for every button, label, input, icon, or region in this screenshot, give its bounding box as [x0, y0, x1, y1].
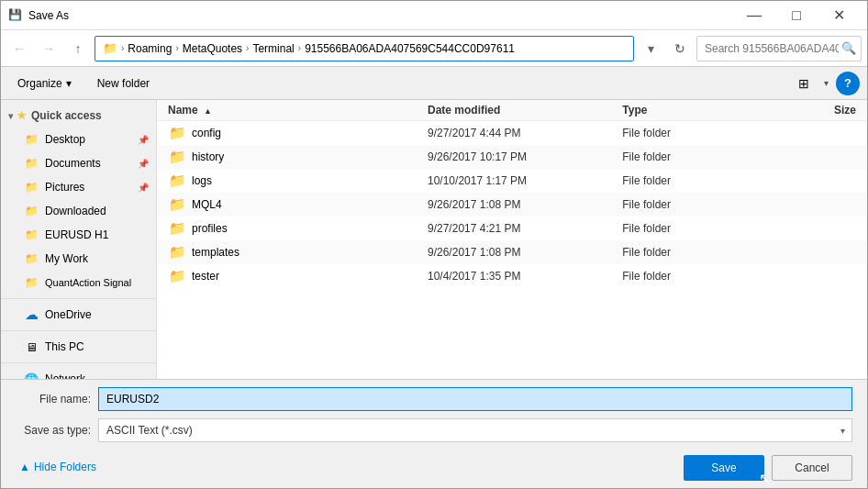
- documents-label: Documents: [45, 157, 101, 170]
- path-dropdown-button[interactable]: ▾: [638, 36, 663, 61]
- sidebar-item-downloaded[interactable]: 📁 Downloaded: [1, 199, 156, 223]
- quick-access-toggle: ▾: [8, 111, 13, 121]
- save-button[interactable]: Save ↖: [684, 455, 764, 481]
- file-name-text: config: [192, 127, 221, 139]
- sidebar-item-eurusd[interactable]: 📁 EURUSD H1: [1, 223, 156, 247]
- path-separator-3: ›: [246, 43, 249, 53]
- sidebar-item-documents[interactable]: 📁 Documents 📌: [1, 151, 156, 175]
- quantaction-label: QuantAction Signal: [45, 277, 131, 288]
- onedrive-icon: ☁: [23, 307, 39, 322]
- folder-icon: 📁: [168, 173, 186, 188]
- table-row[interactable]: 📁 config 9/27/2017 4:44 PM File folder: [157, 121, 867, 145]
- save-as-dialog: 💾 Save As — □ ✕ ← → ↑ 📁 › Roaming › Meta…: [0, 0, 868, 489]
- view-button[interactable]: ⊞: [791, 72, 817, 95]
- hide-folders-button[interactable]: ▲ Hide Folders: [16, 459, 100, 475]
- new-folder-button[interactable]: New folder: [88, 72, 159, 95]
- file-name-cell: 📁 tester: [168, 269, 428, 283]
- table-row[interactable]: 📁 history 9/26/2017 10:17 PM File folder: [157, 145, 867, 169]
- view-arrow: ▾: [824, 78, 829, 88]
- onedrive-label: OneDrive: [45, 308, 92, 321]
- up-button[interactable]: ↑: [65, 36, 91, 61]
- dialog-buttons: Save ↖ Cancel: [684, 453, 852, 481]
- eurusd-icon: 📁: [23, 228, 39, 242]
- sidebar-item-mywork[interactable]: 📁 My Work: [1, 247, 156, 271]
- file-date-cell: 9/27/2017 4:21 PM: [428, 222, 622, 235]
- file-type-cell: File folder: [622, 150, 752, 163]
- sidebar-item-pictures[interactable]: 📁 Pictures 📌: [1, 175, 156, 199]
- toolbar: Organize ▾ New folder ⊞ ▾ ?: [1, 67, 867, 100]
- refresh-button[interactable]: ↻: [667, 36, 693, 61]
- file-date-cell: 10/10/2017 1:17 PM: [428, 174, 622, 187]
- cancel-button[interactable]: Cancel: [772, 455, 852, 481]
- cursor-indicator: ↖: [759, 470, 771, 487]
- address-path[interactable]: 📁 › Roaming › MetaQuotes › Terminal › 91…: [95, 36, 634, 61]
- col-date-header[interactable]: Date modified: [428, 104, 622, 117]
- path-part-terminal: Terminal: [252, 42, 294, 55]
- sidebar-divider-1: [1, 298, 156, 299]
- table-row[interactable]: 📁 templates 9/26/2017 1:08 PM File folde…: [157, 240, 867, 264]
- table-row[interactable]: 📁 logs 10/10/2017 1:17 PM File folder: [157, 169, 867, 193]
- sort-arrow: ▲: [204, 106, 212, 116]
- pictures-icon: 📁: [23, 180, 39, 194]
- filename-label: File name:: [16, 393, 98, 406]
- file-name-text: profiles: [192, 222, 228, 235]
- this-pc-label: This PC: [45, 340, 84, 353]
- file-name-text: MQL4: [192, 198, 222, 211]
- table-row[interactable]: 📁 profiles 9/27/2017 4:21 PM File folder: [157, 217, 867, 240]
- table-row[interactable]: 📁 tester 10/4/2017 1:35 PM File folder: [157, 264, 867, 288]
- folder-icon: 📁: [168, 197, 186, 212]
- window-controls: — □ ✕: [733, 1, 860, 30]
- search-wrapper: 🔍: [696, 36, 862, 61]
- downloaded-label: Downloaded: [45, 205, 106, 217]
- path-content: 📁 › Roaming › MetaQuotes › Terminal › 91…: [103, 41, 515, 55]
- minimize-button[interactable]: —: [733, 1, 775, 30]
- col-type-header[interactable]: Type: [622, 104, 752, 117]
- pictures-label: Pictures: [45, 181, 84, 194]
- file-rows-container: 📁 config 9/27/2017 4:44 PM File folder 📁…: [157, 121, 867, 288]
- documents-pin: 📌: [138, 159, 149, 169]
- file-date-cell: 9/27/2017 4:44 PM: [428, 127, 622, 139]
- forward-button[interactable]: →: [36, 36, 61, 61]
- savetype-select[interactable]: ASCII Text (*.csv): [98, 418, 852, 442]
- address-bar: ← → ↑ 📁 › Roaming › MetaQuotes › Termina…: [1, 30, 867, 67]
- file-type-cell: File folder: [622, 174, 752, 187]
- close-button[interactable]: ✕: [818, 1, 860, 30]
- folder-icon: 📁: [168, 126, 186, 140]
- sidebar-section-quick-access[interactable]: ▾ ★ Quick access: [1, 104, 156, 128]
- savetype-row: Save as type: ASCII Text (*.csv) ▾: [16, 418, 852, 442]
- organize-button[interactable]: Organize ▾: [8, 72, 81, 95]
- filename-input[interactable]: [98, 387, 852, 411]
- file-date-cell: 9/26/2017 1:08 PM: [428, 198, 622, 211]
- sidebar-divider-2: [1, 330, 156, 331]
- sidebar-item-desktop[interactable]: 📁 Desktop 📌: [1, 128, 156, 151]
- file-date-cell: 9/26/2017 1:08 PM: [428, 246, 622, 259]
- file-name-text: logs: [192, 174, 212, 187]
- sidebar-item-this-pc[interactable]: 🖥 This PC: [1, 335, 156, 359]
- folder-icon: 📁: [168, 245, 186, 260]
- file-type-cell: File folder: [622, 246, 752, 259]
- maximize-button[interactable]: □: [775, 1, 818, 30]
- desktop-icon: 📁: [23, 132, 39, 147]
- search-input[interactable]: [696, 36, 862, 61]
- sidebar-item-network[interactable]: 🌐 Network: [1, 367, 156, 379]
- sidebar-item-quantaction[interactable]: 📁 QuantAction Signal: [1, 271, 156, 295]
- file-type-cell: File folder: [622, 198, 752, 211]
- pictures-pin: 📌: [138, 183, 149, 193]
- path-separator-4: ›: [298, 43, 301, 53]
- organize-arrow: ▾: [66, 77, 72, 90]
- table-row[interactable]: 📁 MQL4 9/26/2017 1:08 PM File folder: [157, 193, 867, 217]
- file-date-cell: 10/4/2017 1:35 PM: [428, 270, 622, 283]
- help-button[interactable]: ?: [836, 72, 860, 95]
- hide-folders-arrow-icon: ▲: [19, 461, 30, 473]
- col-size-header[interactable]: Size: [752, 104, 856, 117]
- savetype-select-wrapper: ASCII Text (*.csv) ▾: [98, 418, 852, 442]
- sidebar-item-onedrive[interactable]: ☁ OneDrive: [1, 303, 156, 327]
- file-list: Name ▲ Date modified Type Size 📁 config …: [157, 100, 867, 379]
- file-name-cell: 📁 MQL4: [168, 197, 428, 212]
- col-name-header[interactable]: Name ▲: [168, 104, 428, 117]
- file-name-text: tester: [192, 270, 219, 283]
- file-name-text: templates: [192, 246, 239, 259]
- back-button[interactable]: ←: [6, 36, 32, 61]
- path-separator-1: ›: [121, 43, 124, 53]
- bottom-panel: File name: Save as type: ASCII Text (*.c…: [1, 379, 867, 488]
